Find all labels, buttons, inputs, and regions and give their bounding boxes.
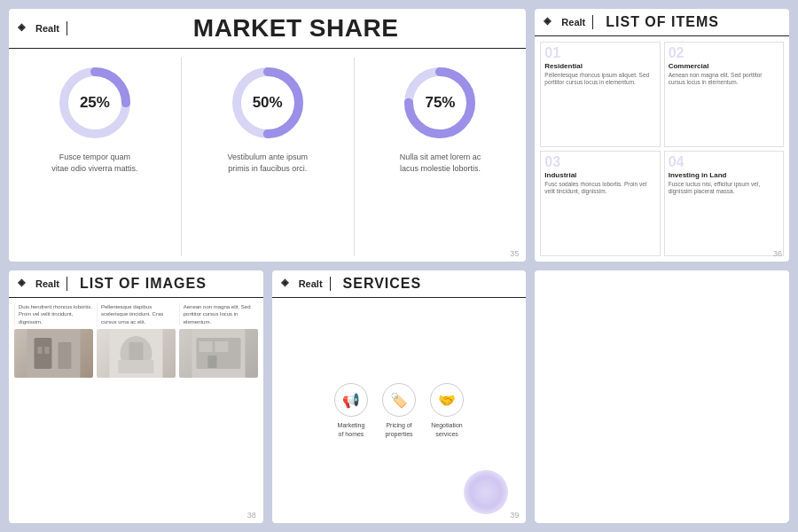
donut-25: 25% (55, 63, 135, 143)
img-text-3: Aenean non magna elit. Sed porttitor cur… (179, 303, 258, 325)
market-col-1: 25% Fusce tempor quamvitae odio viverra … (9, 58, 182, 256)
svg-rect-9 (44, 347, 49, 354)
slide-list-images: ◈ Realt LIST OF IMAGES Duis hendrerit rh… (9, 270, 263, 523)
item-title-4: Investing in Land (669, 171, 779, 179)
item-desc-3: Fusc sodales rhoncus lobortis. Proin vel… (544, 181, 655, 196)
svg-rect-10 (58, 342, 71, 369)
decorative-blob (464, 470, 508, 514)
logo-market: ◈ Realt (18, 21, 67, 35)
donut-75-label: 75% (425, 94, 455, 112)
services-row: 📢 Marketingof homes 🏷️ Pricing ofpropert… (334, 383, 464, 437)
list-items-title: LIST OF ITEMS (600, 14, 780, 30)
svg-rect-13 (118, 360, 153, 373)
item-title-3: Industrial (544, 171, 655, 179)
pricing-icon: 🏷️ (382, 383, 416, 417)
market-desc-3: Nulla sit amet lorem aclacus molestie lo… (400, 152, 481, 174)
svg-rect-17 (199, 341, 212, 352)
market-header: ◈ Realt MARKET SHARE (9, 9, 526, 49)
logo-icon-3: ◈ (18, 277, 32, 291)
services-title: SERVICES (338, 276, 518, 292)
list-items-header: ◈ Realt LIST OF ITEMS (535, 9, 789, 36)
list-item-3: 03 Industrial Fusc sodales rhoncus lobor… (540, 151, 660, 256)
image-arch-1 (14, 329, 93, 378)
logo-icon-2: ◈ (544, 15, 558, 29)
list-images-slide-num: 38 (247, 511, 256, 520)
service-label-3: Negotiationservices (431, 421, 462, 437)
logo-text-2: Realt (561, 17, 585, 27)
item-num-4: 04 (669, 155, 779, 169)
logo-services: ◈ Realt (281, 277, 331, 291)
image-arch-2 (97, 329, 176, 378)
services-body: 📢 Marketingof homes 🏷️ Pricing ofpropert… (272, 298, 527, 523)
donut-25-label: 25% (80, 94, 110, 112)
list-item-1: 01 Residential Pellentesque rhoncus ipsu… (540, 42, 660, 147)
logo-text-3: Realt (35, 278, 59, 289)
services-header: ◈ Realt SERVICES (272, 270, 527, 298)
market-col-2: 50% Vestibulum ante ipsumprimis in fauci… (182, 58, 355, 256)
logo-icon: ◈ (18, 21, 32, 35)
donut-75: 75% (400, 63, 480, 143)
item-desc-2: Aenean non magna elit. Sed porttitor cur… (669, 72, 779, 87)
svg-rect-8 (37, 347, 42, 354)
marketing-icon: 📢 (334, 383, 368, 417)
list-images-title: LIST OF IMAGES (74, 276, 254, 292)
svg-rect-18 (215, 341, 228, 352)
market-slide-num: 35 (510, 249, 519, 258)
slide-services: ◈ Realt SERVICES 📢 Marketingof homes 🏷️ … (272, 270, 527, 523)
item-title-2: Commercial (669, 62, 779, 70)
logo-text: Realt (35, 23, 59, 34)
slide-market-share: ◈ Realt MARKET SHARE 25% Fusce tempor qu… (9, 9, 526, 262)
slide-list-items: ◈ Realt LIST OF ITEMS 01 Residential Pel… (535, 9, 789, 262)
list-items-slide-num: 36 (773, 249, 782, 258)
img-text-1: Duis hendrerit rhoncus lobortis. Proin v… (14, 303, 93, 325)
list-images-header: ◈ Realt LIST OF IMAGES (9, 270, 263, 298)
svg-rect-14 (129, 342, 143, 360)
logo-list-images: ◈ Realt (18, 277, 67, 291)
market-title: MARKET SHARE (74, 14, 517, 43)
donut-50: 50% (228, 63, 308, 143)
item-desc-1: Pellentesque rhoncus ipsum aliquet. Sed … (544, 72, 655, 87)
logo-list-items: ◈ Realt (544, 15, 593, 29)
service-item-3: 🤝 Negotiationservices (430, 383, 464, 437)
logo-icon-4: ◈ (281, 277, 295, 291)
service-item-2: 🏷️ Pricing ofproperties (382, 383, 416, 437)
services-slide-num: 39 (510, 511, 519, 520)
image-arch-3 (179, 329, 258, 378)
negotiation-icon: 🤝 (430, 383, 464, 417)
donut-50-label: 50% (253, 94, 283, 112)
service-label-2: Pricing ofproperties (385, 421, 412, 437)
svg-rect-19 (207, 356, 216, 368)
list-items-body: 01 Residential Pellentesque rhoncus ipsu… (535, 36, 789, 262)
slide-pricing (535, 270, 789, 523)
market-desc-2: Vestibulum ante ipsumprimis in faucibus … (227, 152, 308, 174)
img-text-2: Pellentesque dapibus scelerisque tincidu… (97, 303, 176, 325)
list-item-4: 04 Investing in Land Fusce luctus nisi, … (664, 151, 784, 256)
list-item-2: 02 Commercial Aenean non magna elit. Sed… (664, 42, 784, 147)
service-label-1: Marketingof homes (338, 421, 365, 437)
item-num-1: 01 (544, 46, 655, 60)
item-desc-4: Fusce luctus nisi, efficitur ipsum vel, … (669, 181, 779, 196)
market-body: 25% Fusce tempor quamvitae odio viverra … (9, 49, 526, 262)
market-desc-1: Fusce tempor quamvitae odio viverra matt… (51, 152, 137, 174)
logo-text-4: Realt (299, 278, 323, 289)
item-title-1: Residential (544, 62, 655, 70)
market-col-3: 75% Nulla sit amet lorem aclacus molesti… (355, 58, 527, 256)
item-num-3: 03 (544, 155, 655, 169)
item-num-2: 02 (669, 46, 779, 60)
service-item-1: 📢 Marketingof homes (334, 383, 368, 437)
